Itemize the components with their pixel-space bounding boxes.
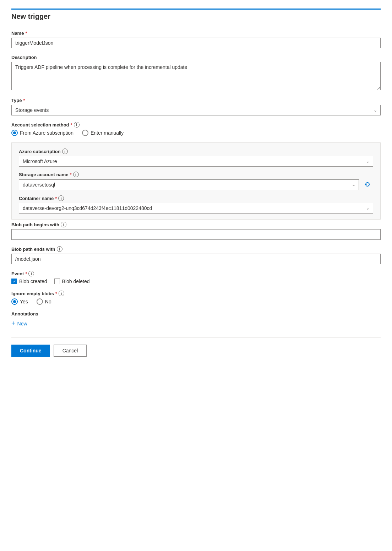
description-label: Description — [11, 55, 381, 60]
event-checkbox-group: ✓ Blob created Blob deleted — [11, 279, 381, 284]
blob-created-checkbox[interactable]: ✓ — [11, 279, 17, 284]
account-selection-group: Account selection method * i From Azure … — [11, 122, 381, 136]
radio-from-azure-circle — [11, 130, 18, 136]
blob-created-check-icon: ✓ — [13, 280, 16, 283]
storage-account-select-wrapper: dataversetosql ⌄ — [19, 179, 359, 190]
ignore-empty-blobs-required-star: * — [55, 291, 57, 296]
storage-account-label: Storage account name * i — [19, 172, 373, 177]
continue-button[interactable]: Continue — [11, 345, 50, 357]
blob-path-begins-input[interactable] — [11, 229, 381, 240]
blob-path-begins-info-icon[interactable]: i — [61, 222, 66, 227]
radio-yes[interactable]: Yes — [11, 298, 28, 305]
blob-path-ends-group: Blob path ends with i — [11, 246, 381, 264]
container-name-label: Container name * i — [19, 195, 373, 201]
blob-path-begins-label: Blob path begins with i — [11, 222, 381, 227]
radio-from-azure-label: From Azure subscription — [20, 130, 74, 136]
type-select[interactable]: Storage events — [11, 105, 381, 115]
blob-path-begins-group: Blob path begins with i — [11, 222, 381, 240]
annotations-label: Annotations — [11, 311, 381, 317]
refresh-icon — [364, 181, 371, 188]
radio-enter-manually-circle — [82, 130, 88, 136]
name-input[interactable] — [11, 38, 381, 48]
blob-path-ends-label: Blob path ends with i — [11, 246, 381, 252]
event-info-icon[interactable]: i — [28, 271, 34, 276]
storage-account-refresh-button[interactable] — [362, 179, 373, 190]
blob-path-ends-input[interactable] — [11, 254, 381, 264]
container-name-group: Container name * i dataverse-devorg2-unq… — [19, 195, 373, 214]
event-required-star: * — [25, 271, 27, 276]
description-field-group: Description Triggers ADF pipeline when p… — [11, 55, 381, 91]
container-name-required-star: * — [55, 196, 57, 201]
ignore-empty-blobs-label: Ignore empty blobs * i — [11, 291, 381, 296]
type-required-star: * — [23, 98, 25, 103]
azure-subscription-label: Azure subscription i — [19, 148, 373, 154]
ignore-empty-blobs-group: Ignore empty blobs * i Yes No — [11, 291, 381, 305]
container-name-select[interactable]: dataverse-devorg2-unq3cd674d243f4ec11811… — [19, 203, 373, 214]
account-selection-radio-group: From Azure subscription Enter manually — [11, 130, 381, 136]
annotations-section: Annotations + New — [11, 311, 381, 329]
account-selection-info-icon[interactable]: i — [74, 122, 80, 128]
storage-account-group: Storage account name * i dataversetosql … — [19, 172, 373, 190]
storage-account-info-icon[interactable]: i — [73, 172, 79, 177]
event-label: Event * i — [11, 271, 381, 276]
azure-subscription-select-wrapper: Microsoft Azure ⌄ — [19, 156, 373, 167]
plus-icon: + — [11, 320, 15, 327]
azure-subscription-group: Azure subscription i Microsoft Azure ⌄ — [19, 148, 373, 167]
blob-deleted-option[interactable]: Blob deleted — [54, 279, 90, 284]
radio-enter-manually-label: Enter manually — [91, 130, 124, 136]
new-trigger-panel: New trigger Name * Description Triggers … — [0, 0, 392, 551]
azure-sub-section: Azure subscription i Microsoft Azure ⌄ S… — [11, 142, 381, 220]
radio-from-azure[interactable]: From Azure subscription — [11, 130, 74, 136]
type-field-group: Type * Storage events ⌄ — [11, 98, 381, 115]
account-selection-required-star: * — [71, 122, 72, 128]
new-annotation-label: New — [17, 321, 27, 326]
blob-deleted-checkbox[interactable] — [54, 279, 60, 284]
blob-path-ends-info-icon[interactable]: i — [57, 246, 62, 252]
ignore-empty-blobs-radio-group: Yes No — [11, 298, 381, 305]
panel-title: New trigger — [11, 9, 381, 23]
radio-no[interactable]: No — [37, 298, 51, 305]
storage-account-with-refresh: dataversetosql ⌄ — [19, 179, 373, 190]
blob-created-label: Blob created — [19, 279, 47, 284]
blob-deleted-label: Blob deleted — [62, 279, 90, 284]
azure-subscription-info-icon[interactable]: i — [62, 148, 68, 154]
radio-no-circle — [37, 298, 43, 305]
name-label: Name * — [11, 31, 381, 36]
name-required-star: * — [25, 31, 27, 36]
event-field-group: Event * i ✓ Blob created Blob deleted — [11, 271, 381, 284]
type-select-wrapper: Storage events ⌄ — [11, 105, 381, 115]
radio-yes-circle — [11, 298, 18, 305]
name-field-group: Name * — [11, 31, 381, 48]
new-annotation-button[interactable]: + New — [11, 318, 27, 329]
radio-no-label: No — [45, 299, 51, 304]
blob-created-option[interactable]: ✓ Blob created — [11, 279, 47, 284]
container-name-info-icon[interactable]: i — [58, 195, 64, 201]
cancel-button[interactable]: Cancel — [54, 345, 87, 357]
storage-account-select[interactable]: dataversetosql — [19, 179, 359, 190]
account-selection-label: Account selection method * i — [11, 122, 381, 128]
description-textarea[interactable]: Triggers ADF pipeline when processing is… — [11, 62, 381, 90]
radio-enter-manually[interactable]: Enter manually — [82, 130, 124, 136]
storage-account-required-star: * — [70, 172, 71, 177]
radio-yes-label: Yes — [20, 299, 28, 304]
azure-subscription-select[interactable]: Microsoft Azure — [19, 156, 373, 167]
type-label: Type * — [11, 98, 381, 103]
container-name-select-wrapper: dataverse-devorg2-unq3cd674d243f4ec11811… — [19, 203, 373, 214]
footer: Continue Cancel — [11, 337, 381, 357]
ignore-empty-blobs-info-icon[interactable]: i — [59, 291, 64, 296]
